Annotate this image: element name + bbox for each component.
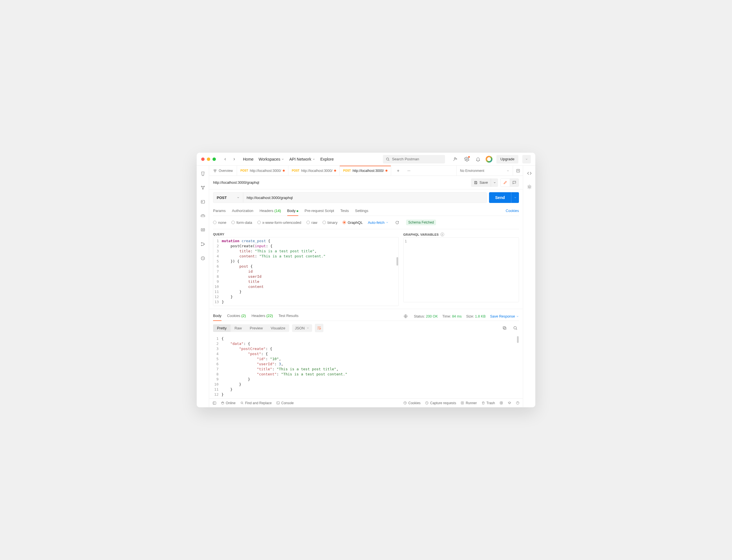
autofetch-toggle[interactable]: Auto-fetch <box>368 220 388 225</box>
footer-cookies[interactable]: Cookies <box>403 401 420 405</box>
method-label: POST <box>217 196 227 200</box>
apis-icon[interactable] <box>199 184 207 192</box>
tab-prerequest[interactable]: Pre-request Script <box>305 207 334 216</box>
nav-forward-button[interactable] <box>231 156 237 162</box>
comments-button[interactable] <box>510 179 519 187</box>
sidebar-toggle[interactable] <box>213 401 217 405</box>
tab-authorization[interactable]: Authorization <box>232 207 254 216</box>
flows-icon[interactable] <box>199 240 207 248</box>
tab-options-button[interactable] <box>405 167 412 174</box>
new-tab-button[interactable] <box>394 167 402 174</box>
explore-link[interactable]: Explore <box>320 157 334 161</box>
wrap-lines-button[interactable] <box>315 324 324 332</box>
online-status[interactable]: Online <box>221 401 236 405</box>
tab-params[interactable]: Params <box>213 207 226 216</box>
body-graphql[interactable]: GraphQL <box>343 220 363 225</box>
mock-servers-icon[interactable] <box>199 212 207 220</box>
footer-layout[interactable] <box>499 401 503 405</box>
monitors-icon[interactable] <box>199 226 207 234</box>
postbot-button[interactable] <box>526 183 533 191</box>
response-toolbar: Pretty Raw Preview Visualize JSON <box>213 321 519 335</box>
scrollbar-thumb[interactable] <box>396 257 398 266</box>
request-tab[interactable]: POSThttp://localhost:3000/ <box>237 166 289 176</box>
body-binary[interactable]: binary <box>323 220 338 225</box>
info-icon[interactable]: i <box>440 233 444 236</box>
environment-quicklook[interactable] <box>513 166 523 176</box>
tab-headers[interactable]: Headers (14) <box>260 207 281 216</box>
network-icon[interactable] <box>402 313 409 320</box>
minimize-window-button[interactable] <box>207 157 210 161</box>
send-button[interactable]: Send <box>489 192 511 203</box>
overview-tab[interactable]: Overview <box>209 166 237 176</box>
save-response-button[interactable]: Save Response <box>490 314 519 318</box>
format-selector[interactable]: JSON <box>292 324 312 332</box>
save-button[interactable]: Save <box>471 178 491 187</box>
chevron-down-icon <box>516 315 519 318</box>
variables-editor[interactable]: 1 <box>403 237 519 302</box>
edit-button[interactable] <box>500 179 510 187</box>
body-none[interactable]: none <box>213 220 226 225</box>
request-tab[interactable]: POSThttp://localhost:3000/ <box>340 166 391 176</box>
home-link[interactable]: Home <box>243 157 254 161</box>
environments-icon[interactable] <box>199 198 207 206</box>
dirty-indicator <box>334 170 336 172</box>
environment-selector[interactable]: No Environment <box>456 166 513 176</box>
url-input[interactable]: http://localhost:3000/graphql <box>243 193 486 203</box>
notifications-button[interactable] <box>474 156 482 163</box>
body-raw[interactable]: raw <box>307 220 318 225</box>
collections-icon[interactable] <box>199 170 207 178</box>
footer-bootcamp[interactable] <box>508 401 511 405</box>
resp-tab-headers[interactable]: Headers (22) <box>252 312 273 321</box>
tab-body[interactable]: Body <box>287 207 299 216</box>
resp-tab-tests[interactable]: Test Results <box>279 312 299 321</box>
footer-help[interactable] <box>516 401 519 405</box>
global-search[interactable]: Search Postman <box>383 155 445 163</box>
body-formdata[interactable]: form-data <box>232 220 252 225</box>
scrollbar-thumb[interactable] <box>517 336 519 343</box>
svg-point-0 <box>386 158 388 160</box>
footer-trash[interactable]: Trash <box>481 401 495 405</box>
cookies-link[interactable]: Cookies <box>506 207 519 216</box>
send-caret[interactable] <box>511 192 519 203</box>
save-caret[interactable] <box>491 178 498 187</box>
top-nav: Home Workspaces API Network Explore <box>243 157 334 161</box>
find-replace[interactable]: Find and Replace <box>240 401 272 405</box>
api-network-menu[interactable]: API Network <box>289 157 315 161</box>
search-response-button[interactable] <box>512 324 519 332</box>
zoom-window-button[interactable] <box>213 157 216 161</box>
close-window-button[interactable] <box>201 157 205 161</box>
settings-button[interactable] <box>463 156 470 163</box>
view-visualize[interactable]: Visualize <box>267 324 289 332</box>
console-toggle[interactable]: Console <box>276 401 294 405</box>
search-placeholder: Search Postman <box>392 157 419 161</box>
body-xform[interactable]: x-www-form-urlencoded <box>257 220 302 225</box>
account-avatar[interactable] <box>486 156 492 163</box>
request-tab[interactable]: POSThttp://localhost:3000/ <box>289 166 340 176</box>
refresh-schema-button[interactable] <box>394 219 401 226</box>
view-preview[interactable]: Preview <box>246 324 267 332</box>
response-body[interactable]: 123456789101112 { "data": { "postCreate"… <box>213 335 519 398</box>
code-snippet-button[interactable] <box>526 170 533 177</box>
resp-tab-cookies[interactable]: Cookies (2) <box>227 312 246 321</box>
footer-capture[interactable]: Capture requests <box>425 401 456 405</box>
copy-response-button[interactable] <box>501 324 508 332</box>
invite-button[interactable] <box>452 156 459 163</box>
upgrade-caret[interactable] <box>522 155 531 163</box>
upgrade-button[interactable]: Upgrade <box>496 155 518 163</box>
svg-rect-22 <box>504 327 506 329</box>
resp-tab-body[interactable]: Body <box>213 312 222 321</box>
method-selector[interactable]: POST <box>213 193 243 203</box>
app-window: Home Workspaces API Network Explore Sear… <box>197 153 535 407</box>
request-header: http://localhost:3000/graphql Save <box>209 176 523 189</box>
tab-tests[interactable]: Tests <box>340 207 349 216</box>
tab-settings[interactable]: Settings <box>355 207 368 216</box>
view-raw[interactable]: Raw <box>231 324 246 332</box>
headers-count: (14) <box>274 209 281 213</box>
query-editor[interactable]: 12345678910111213 mutation create_post {… <box>213 237 399 306</box>
footer-runner[interactable]: Runner <box>460 401 477 405</box>
svg-point-24 <box>514 327 516 329</box>
nav-back-button[interactable] <box>222 156 228 162</box>
view-pretty[interactable]: Pretty <box>213 324 231 332</box>
history-icon[interactable] <box>199 254 207 262</box>
workspaces-menu[interactable]: Workspaces <box>259 157 284 161</box>
